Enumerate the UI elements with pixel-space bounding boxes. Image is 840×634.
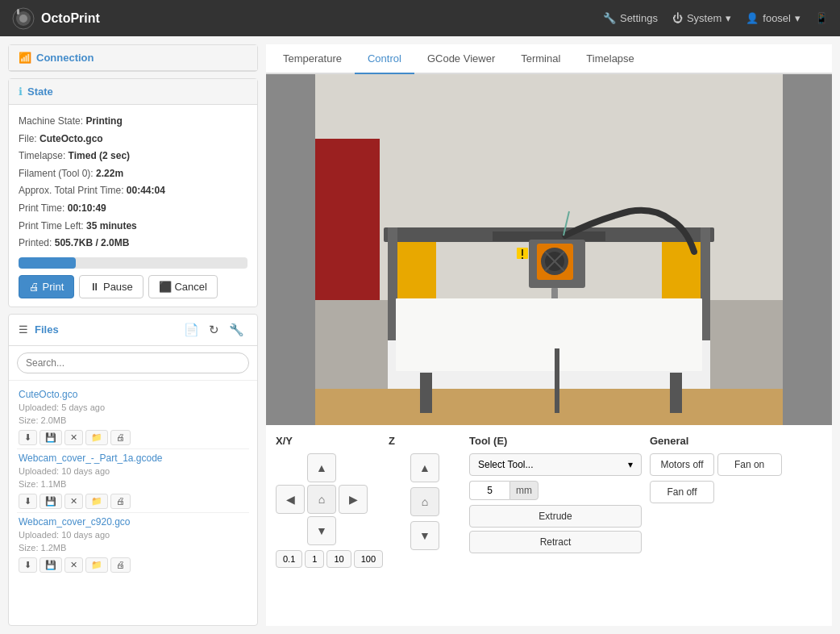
xy-section: X/Y ▲ ◀ ⌂ ▶ ▼: [276, 435, 380, 568]
file-list: CuteOcto.gco Uploaded: 5 days ago Size: …: [9, 381, 257, 581]
xy-step-01[interactable]: 0.1: [276, 550, 302, 568]
z-home-button[interactable]: ⌂: [410, 487, 439, 516]
svg-point-2: [19, 15, 27, 23]
file-actions: ⬇ 💾 ✕ 📁 🖨: [19, 430, 247, 445]
new-folder-button[interactable]: 📄: [181, 321, 202, 339]
list-icon: ☰: [19, 323, 28, 336]
file-actions: ⬇ 💾 ✕ 📁 🖨: [19, 494, 247, 509]
x-plus-button[interactable]: ▶: [339, 485, 368, 514]
fan-on-button[interactable]: Fan on: [717, 453, 782, 476]
xy-step-1[interactable]: 1: [305, 550, 324, 568]
signal-icon: 📶: [19, 52, 31, 64]
list-item: Webcam_cover_c920.gco Uploaded: 10 days …: [17, 513, 249, 576]
files-title[interactable]: Files: [35, 323, 59, 336]
tab-temperature[interactable]: Temperature: [270, 44, 355, 74]
control-area: X/Y ▲ ◀ ⌂ ▶ ▼: [266, 425, 832, 626]
file-delete-button[interactable]: ✕: [64, 557, 83, 573]
right-panel: Temperature Control GCode Viewer Termina…: [266, 44, 832, 626]
xy-step-10[interactable]: 10: [326, 550, 351, 568]
file-load-button[interactable]: ⬇: [19, 557, 37, 573]
z-minus-button[interactable]: ▼: [410, 521, 439, 550]
state-panel: ℹ State Machine State: Printing File: Cu…: [8, 78, 258, 307]
xy-step-buttons: 0.1 1 10 100: [276, 550, 380, 568]
approx-value: 00:44:04: [127, 185, 165, 196]
z-section: Z ▲ ⌂ ▼: [389, 435, 461, 568]
mobile-link[interactable]: 📱: [815, 12, 828, 24]
print-button[interactable]: 🖨 Print: [19, 275, 74, 298]
file-download-button[interactable]: 💾: [40, 557, 62, 573]
y-plus-button[interactable]: ▲: [307, 453, 336, 482]
system-link[interactable]: ⏻ System ▾: [672, 12, 731, 24]
printed-row: Printed: 505.7KB / 2.0MB: [19, 235, 247, 252]
z-controls: ▲ ⌂ ▼: [389, 453, 461, 550]
file-load-button[interactable]: ⬇: [19, 430, 37, 445]
sidebar: 📶 Connection ℹ State Machine State: Prin…: [8, 44, 258, 626]
file-size: Size: 2.0MB: [19, 414, 247, 428]
file-folder-button[interactable]: 📁: [85, 557, 108, 573]
chevron-down-icon: ▾: [795, 12, 800, 24]
mm-input-group: mm: [469, 481, 642, 500]
svg-rect-20: [551, 288, 558, 300]
file-size: Size: 1.2MB: [19, 541, 247, 555]
select-tool-button[interactable]: Select Tool... ▾: [469, 453, 642, 476]
file-value: CuteOcto.gco: [40, 133, 103, 144]
wrench-button[interactable]: 🔧: [226, 321, 247, 339]
cancel-button[interactable]: ⬛ Cancel: [148, 275, 218, 298]
mm-input[interactable]: [469, 481, 509, 500]
file-download-button[interactable]: 💾: [40, 494, 62, 509]
power-icon: ⏻: [672, 12, 683, 24]
approx-row: Approx. Total Print Time: 00:44:04: [19, 182, 247, 200]
x-minus-button[interactable]: ◀: [276, 485, 305, 514]
search-input[interactable]: [17, 352, 249, 373]
file-delete-button[interactable]: ✕: [64, 494, 83, 509]
fan-off-button[interactable]: Fan off: [650, 481, 714, 503]
svg-rect-22: [396, 298, 702, 371]
settings-icon: 🔧: [603, 12, 616, 24]
tab-terminal[interactable]: Terminal: [508, 44, 573, 74]
navbar: OctoPrint 🔧 Settings ⏻ System ▾ 👤 foosel…: [0, 0, 840, 36]
file-label: File:: [19, 133, 37, 144]
file-print-button[interactable]: 🖨: [110, 494, 131, 509]
file-print-button[interactable]: 🖨: [110, 557, 131, 573]
extrude-button[interactable]: Extrude: [469, 505, 642, 528]
chevron-down-icon: ▾: [628, 459, 633, 470]
brand[interactable]: OctoPrint: [12, 7, 100, 30]
user-link[interactable]: 👤 foosel ▾: [746, 12, 800, 24]
connection-title[interactable]: Connection: [36, 52, 94, 64]
tab-timelapse[interactable]: Timelapse: [573, 44, 647, 74]
z-plus-button[interactable]: ▲: [410, 453, 439, 482]
settings-link[interactable]: 🔧 Settings: [603, 12, 658, 24]
file-delete-button[interactable]: ✕: [64, 430, 83, 445]
print-time-label: Print Time:: [19, 202, 64, 214]
xy-step-100[interactable]: 100: [354, 550, 383, 568]
file-download-button[interactable]: 💾: [40, 430, 62, 445]
state-heading: ℹ State: [9, 79, 257, 105]
xy-home-button[interactable]: ⌂: [307, 485, 336, 514]
file-name[interactable]: Webcam_cover_c920.gco: [19, 516, 247, 528]
connection-panel: 📶 Connection: [8, 44, 258, 72]
file-load-button[interactable]: ⬇: [19, 494, 37, 509]
retract-button[interactable]: Retract: [469, 531, 642, 553]
svg-rect-6: [315, 139, 380, 300]
file-print-button[interactable]: 🖨: [110, 430, 131, 445]
printed-label: Printed:: [19, 237, 52, 248]
tab-gcode-viewer[interactable]: GCode Viewer: [414, 44, 508, 74]
svg-rect-26: [315, 389, 783, 425]
file-folder-button[interactable]: 📁: [85, 494, 108, 509]
file-size: Size: 1.1MB: [19, 478, 247, 491]
file-name[interactable]: Webcam_cover_-_Part_1a.gcode: [19, 453, 247, 464]
print-controls: 🖨 Print ⏸ Pause ⬛ Cancel: [19, 275, 247, 298]
tab-control[interactable]: Control: [355, 44, 414, 74]
motors-off-button[interactable]: Motors off: [650, 453, 714, 476]
file-folder-button[interactable]: 📁: [85, 430, 108, 445]
refresh-button[interactable]: ↻: [206, 321, 222, 339]
timelapse-row: Timelapse: Timed (2 sec): [19, 148, 247, 165]
mobile-icon: 📱: [815, 12, 828, 24]
file-name[interactable]: CuteOcto.gco: [19, 389, 247, 400]
state-title[interactable]: State: [27, 86, 53, 98]
chevron-down-icon: ▾: [726, 12, 731, 24]
pause-button[interactable]: ⏸ Pause: [79, 275, 143, 298]
print-time-left-value: 35 minutes: [86, 220, 137, 231]
print-time-left-row: Print Time Left: 35 minutes: [19, 218, 247, 236]
y-minus-button[interactable]: ▼: [307, 516, 336, 545]
